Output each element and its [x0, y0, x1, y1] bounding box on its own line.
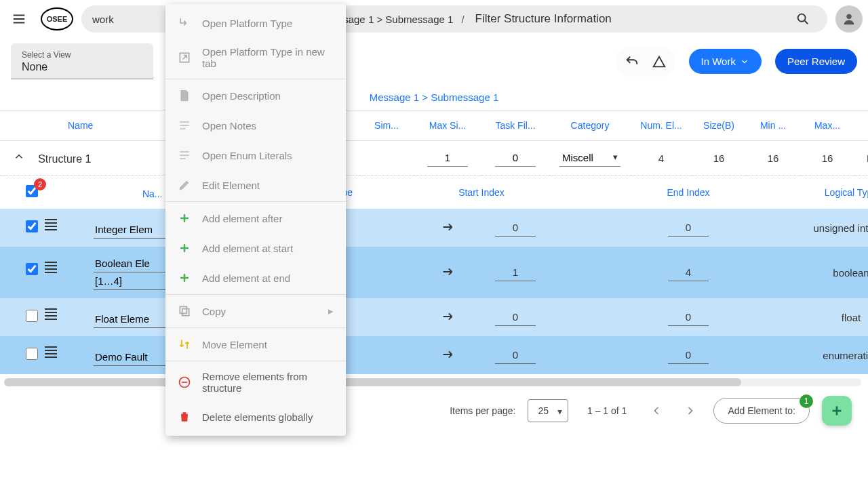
logical-type-value: float — [800, 298, 868, 336]
svg-rect-4 — [180, 306, 186, 313]
undo-icon — [625, 54, 639, 69]
element-checkbox[interactable] — [26, 348, 38, 360]
peer-review-button[interactable]: Peer Review — [775, 49, 857, 74]
start-index-value: 0 — [495, 308, 536, 326]
structure-row: Structure 1 Miscell 4 16 16 16 Base — [0, 141, 868, 176]
drag-handle[interactable] — [45, 260, 57, 275]
col-ap[interactable]: Ap — [854, 110, 868, 141]
notes-icon — [178, 148, 191, 162]
end-index-value: 0 — [668, 219, 709, 237]
goto-button[interactable] — [440, 309, 455, 326]
logical-type-value: enumeration — [800, 336, 868, 374]
end-index-value: 4 — [668, 264, 709, 281]
logical-type-value: unsigned integer — [800, 209, 868, 247]
expand-toggle[interactable] — [11, 150, 27, 165]
drag-handle[interactable] — [45, 217, 57, 232]
menu-move-element[interactable]: Move Element — [165, 329, 346, 359]
chevron-right-icon: ▸ — [328, 305, 334, 317]
goto-button[interactable] — [440, 264, 455, 281]
open-in-new-icon — [178, 51, 191, 64]
col-num-el[interactable]: Num. El... — [631, 110, 692, 141]
view-selector-value: None — [22, 60, 142, 73]
svg-point-0 — [798, 14, 806, 22]
next-page-button[interactable] — [679, 400, 701, 422]
element-row: 14boolean — [0, 247, 868, 298]
menu-open-platform-type-new-tab[interactable]: Open Platform Type in new tab — [165, 38, 346, 77]
view-selector-label: Select a View — [22, 50, 142, 60]
trash-icon — [178, 410, 191, 424]
table-wrap: Name Sim... Max Si... Task Fil... Catego… — [0, 110, 868, 386]
diff-button[interactable] — [646, 48, 673, 75]
menu-copy[interactable]: Copy ▸ — [165, 296, 346, 326]
col-category[interactable]: Category — [549, 110, 631, 141]
menu-remove-elements[interactable]: Remove elements from structure — [165, 363, 346, 402]
subcol-logical-type[interactable]: Logical Type — [800, 176, 868, 209]
menu-delete-elements[interactable]: Delete elements globally — [165, 402, 346, 432]
person-icon — [842, 12, 856, 26]
logical-type-value: boolean — [800, 247, 868, 298]
hamburger-icon — [12, 12, 26, 26]
menu-add-element-end[interactable]: Add element at end — [165, 263, 346, 293]
breadcrumb-link[interactable]: Message 1 > Submessage 1 — [370, 92, 499, 103]
sim-input[interactable] — [427, 149, 468, 167]
scrollbar-thumb[interactable] — [4, 378, 741, 386]
sizeb-value: 16 — [692, 141, 746, 176]
add-fab[interactable] — [822, 396, 852, 426]
per-page-select[interactable]: 25 — [528, 399, 568, 422]
start-index-value: 0 — [495, 219, 536, 237]
plus-icon — [178, 241, 191, 255]
col-max-si[interactable]: Max Si... — [414, 110, 481, 141]
subcol-name[interactable]: Na... — [142, 188, 163, 199]
col-max[interactable]: Max... — [800, 110, 854, 141]
arrow-right-icon — [440, 220, 455, 235]
menu-open-platform-type[interactable]: Open Platform Type — [165, 8, 346, 38]
drag-handle[interactable] — [45, 344, 57, 360]
svg-rect-3 — [182, 309, 189, 316]
menu-button[interactable] — [5, 5, 33, 33]
prev-page-button[interactable] — [646, 400, 667, 422]
element-checkbox[interactable] — [26, 263, 38, 275]
element-checkbox[interactable] — [26, 220, 38, 232]
per-page-value: 25 — [538, 405, 549, 416]
menu-open-notes[interactable]: Open Notes — [165, 110, 346, 140]
pencil-icon — [178, 178, 191, 192]
in-work-button[interactable]: In Work — [689, 49, 762, 74]
menu-edit-element[interactable]: Edit Element — [165, 170, 346, 200]
max-value: 16 — [800, 141, 854, 176]
menu-open-description[interactable]: Open Description — [165, 81, 346, 110]
task-input[interactable] — [495, 149, 536, 167]
goto-button[interactable] — [440, 220, 455, 237]
category-select[interactable]: Miscell — [559, 149, 620, 167]
subcol-start-index[interactable]: Start Index — [414, 176, 549, 209]
col-sim[interactable]: Sim... — [359, 110, 414, 141]
user-avatar[interactable] — [835, 5, 863, 33]
topbar: OSEE work / Message 1 > Submessage 1 / F… — [0, 0, 868, 38]
menu-open-enum-literals[interactable]: Open Enum Literals — [165, 140, 346, 170]
col-sizeb[interactable]: Size(B) — [692, 110, 746, 141]
page-breadcrumb: Message 1 > Submessage 1 — [0, 87, 868, 110]
app-logo: OSEE — [38, 5, 76, 33]
start-index-value: 0 — [495, 346, 536, 364]
in-work-label: In Work — [701, 56, 736, 67]
goto-button[interactable] — [440, 347, 455, 364]
peer-review-label: Peer Review — [787, 56, 845, 67]
add-element-to-button[interactable]: Add Element to: 1 — [713, 398, 810, 424]
view-selector[interactable]: Select a View None — [11, 43, 153, 79]
arrow-right-icon — [440, 264, 455, 279]
breadcrumb-separator: / — [461, 14, 464, 25]
num-el-value: 4 — [631, 141, 692, 176]
col-min[interactable]: Min ... — [746, 110, 800, 141]
drag-handle[interactable] — [45, 306, 57, 322]
subcol-end-index[interactable]: End Index — [631, 176, 746, 209]
undo-button[interactable] — [618, 48, 646, 75]
horizontal-scrollbar[interactable] — [4, 378, 861, 386]
search-button[interactable] — [789, 5, 816, 33]
menu-add-element-start[interactable]: Add element at start — [165, 233, 346, 263]
element-checkbox[interactable] — [26, 310, 38, 322]
breadcrumb-work[interactable]: work — [92, 14, 114, 25]
page-range: 1 – 1 of 1 — [587, 405, 627, 416]
arrow-right-icon — [440, 347, 455, 362]
min-value: 16 — [746, 141, 800, 176]
col-task-fil[interactable]: Task Fil... — [481, 110, 549, 141]
menu-add-element-after[interactable]: Add element after — [165, 203, 346, 233]
